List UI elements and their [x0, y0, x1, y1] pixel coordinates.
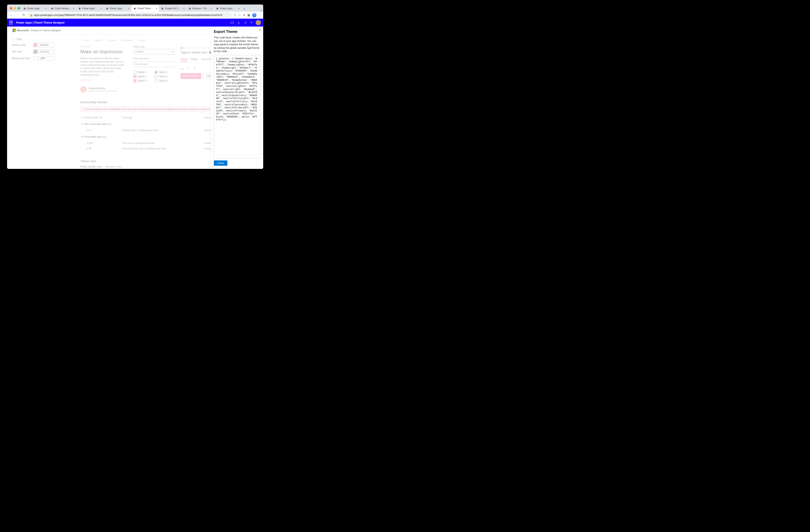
- tab-label: Power Apps: [82, 7, 99, 10]
- svg-marker-4: [133, 7, 136, 10]
- browser-tab-strip: Power Apps✕Code Review Tool Experim✕Powe…: [7, 4, 263, 12]
- action-share[interactable]: ↗ Share: [106, 38, 116, 42]
- tab-semantic-slots[interactable]: Semantic slots: [105, 165, 122, 169]
- forward-button[interactable]: →: [15, 13, 20, 17]
- favicon-icon: [51, 7, 53, 10]
- close-tab-icon[interactable]: ✕: [128, 7, 130, 10]
- svg-point-9: [245, 22, 246, 23]
- primary-color-input[interactable]: [38, 43, 54, 47]
- export-code-block[interactable]: { palette: { themePrimary: "#f00e4a", th…: [214, 55, 260, 159]
- phone-icon: ▯: [188, 66, 190, 70]
- primary-color-swatch[interactable]: [33, 43, 37, 47]
- tab-label: Power Apps: [110, 7, 126, 10]
- toggle-label: Toggle for disabled states: [181, 51, 207, 54]
- svg-point-10: [244, 21, 247, 24]
- action-more[interactable]: ⋯ More: [136, 38, 146, 42]
- close-button[interactable]: Close: [214, 161, 227, 166]
- fit-icon[interactable]: [230, 21, 234, 24]
- close-tab-icon[interactable]: ✕: [100, 7, 102, 10]
- min-window-icon[interactable]: [14, 7, 16, 10]
- reload-button[interactable]: ⟳: [21, 13, 26, 17]
- radio-2[interactable]: [155, 75, 158, 78]
- tab-overflow-icon[interactable]: ▾: [261, 10, 262, 12]
- sparkle-icon: ✳: [193, 66, 196, 70]
- browser-tab[interactable]: Code Review Tool Experim✕: [49, 5, 76, 12]
- waffle-icon[interactable]: [10, 21, 13, 24]
- settings-icon[interactable]: [244, 21, 247, 24]
- hero-title: Make an impression: [80, 49, 128, 54]
- color-section-title: Color: [12, 37, 70, 41]
- action-upload[interactable]: ↑ Upload: [92, 38, 102, 42]
- url-text: apps.powerapps.com/play/2f6b0e93-7676-40…: [34, 14, 223, 17]
- learn-more-link[interactable]: Learn more ›: [80, 79, 94, 81]
- tab-fabric-palette[interactable]: Fabric palette slots: [80, 165, 102, 169]
- radio-1[interactable]: [155, 70, 158, 74]
- primary-color-label: Primary color: [12, 44, 33, 46]
- tab-label: Power Apps Review Tool -: [220, 7, 237, 10]
- tab-home[interactable]: Home: [181, 57, 188, 62]
- url-field[interactable]: 🔒 apps.powerapps.com/play/2f6b0e93-7676-…: [28, 12, 232, 18]
- bg-color-swatch[interactable]: [33, 56, 37, 60]
- stories-label: STORIES: [80, 46, 128, 48]
- max-window-icon[interactable]: [18, 7, 20, 10]
- browser-tab[interactable]: Power Apps✕: [76, 5, 104, 12]
- lock-icon: 🔒: [30, 14, 33, 17]
- text-color-label: Text color: [12, 50, 33, 53]
- close-tab-icon[interactable]: ✕: [72, 7, 75, 10]
- checkbox-3[interactable]: ✓: [133, 79, 136, 82]
- close-tab-icon[interactable]: ✕: [182, 7, 185, 10]
- palette-icon: [12, 38, 15, 40]
- close-panel-button[interactable]: ✕: [259, 28, 261, 31]
- notifications-icon[interactable]: ▣: [247, 13, 250, 17]
- download-icon[interactable]: [237, 21, 240, 24]
- browser-tab[interactable]: Power Apps Review Tool -✕: [214, 5, 242, 12]
- share-icon[interactable]: ⇧: [233, 13, 236, 17]
- close-window-icon[interactable]: [10, 7, 12, 10]
- text-color-swatch[interactable]: [33, 50, 37, 54]
- hero-body: Make a big impression with this clean, m…: [80, 57, 126, 77]
- browser-tab[interactable]: Reviews - Power Apps✕: [187, 5, 214, 12]
- favicon-icon: [78, 7, 81, 10]
- back-button[interactable]: ←: [9, 13, 13, 17]
- bg-color-input[interactable]: [38, 56, 54, 61]
- app-header: Power Apps | Fluent Theme Designer ?: [7, 19, 263, 27]
- browser-tab[interactable]: Fluent Theme Designer - P✕: [131, 5, 159, 12]
- svg-point-11: [12, 38, 14, 40]
- star-icon[interactable]: ☆: [238, 13, 241, 17]
- text-color-input[interactable]: [38, 49, 54, 54]
- close-tab-icon[interactable]: ✕: [210, 7, 212, 10]
- sub-title: | Fluent UI Theme Designer: [30, 29, 61, 32]
- action-new[interactable]: ＋ New: [80, 38, 89, 42]
- content-dropdown[interactable]: Content▾: [133, 49, 175, 54]
- primary-button[interactable]: Primary button: [181, 73, 201, 79]
- kebab-icon[interactable]: ⋮: [258, 13, 262, 17]
- checkbox-1[interactable]: [133, 70, 136, 74]
- ms-brand: Microsoft: [17, 29, 29, 32]
- col-colorpair: Color pair: [122, 115, 204, 120]
- author-avatar: CE: [80, 86, 86, 93]
- radio-3[interactable]: [155, 79, 158, 82]
- help-icon[interactable]: ?: [250, 21, 252, 24]
- extensions-icon[interactable]: ✦: [243, 13, 245, 17]
- browser-tab[interactable]: Power Apps✕: [104, 5, 131, 12]
- export-theme-panel: ✕ Export Theme This code block creates t…: [211, 27, 263, 169]
- window-traffic-lights[interactable]: [10, 7, 20, 10]
- browser-tab[interactable]: Creator Kit Control Referen✕: [159, 5, 187, 12]
- tab-pages[interactable]: Pages: [191, 57, 198, 62]
- browser-address-bar: ← → ⟳ 🔒 apps.powerapps.com/play/2f6b0e93…: [7, 12, 263, 19]
- browser-tab[interactable]: Power Apps✕: [21, 5, 49, 12]
- error-icon: ⊘: [82, 108, 84, 111]
- close-tab-icon[interactable]: ✕: [155, 7, 157, 10]
- favicon-icon: [133, 7, 136, 10]
- user-avatar[interactable]: [256, 20, 261, 25]
- profile-avatar[interactable]: [252, 13, 257, 17]
- placeholder-input[interactable]: [133, 62, 175, 67]
- select-label: Select one: [133, 46, 175, 48]
- author-name: Cameron Evans: [88, 87, 118, 90]
- tab-label: Reviews - Power Apps: [192, 7, 209, 10]
- close-tab-icon[interactable]: ✕: [45, 7, 47, 10]
- close-tab-icon[interactable]: ✕: [238, 7, 240, 10]
- action-download[interactable]: ↓ Download: [119, 38, 133, 42]
- new-tab-button[interactable]: +: [242, 6, 247, 12]
- checkbox-2[interactable]: ✓: [133, 75, 136, 78]
